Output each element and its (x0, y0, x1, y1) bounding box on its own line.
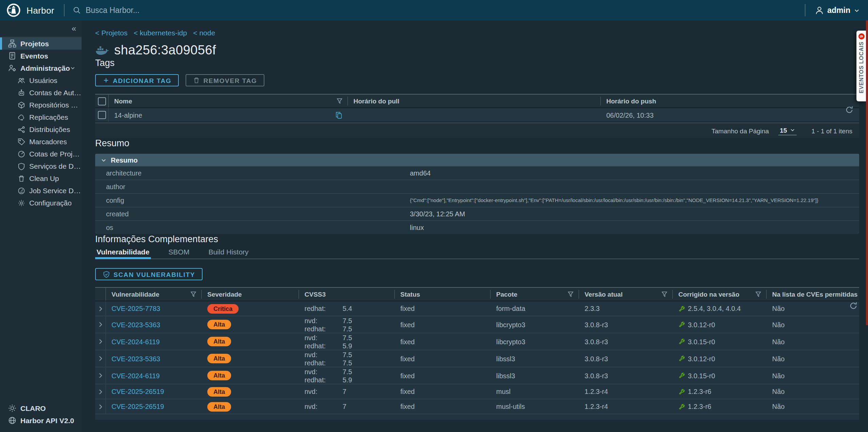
current-version: 1.2.3-r4 (585, 388, 608, 395)
tag-name: 14-alpine (114, 111, 142, 119)
header-divider (64, 4, 65, 16)
current-version: 2.3.3 (585, 305, 600, 312)
sidebar-item-replicacoes[interactable]: Replicações (0, 111, 82, 123)
current-version: 3.0.8-r3 (585, 372, 608, 379)
column-pacote[interactable]: Pacote (496, 290, 517, 298)
column-na-lista-cves[interactable]: Na lista de CVEs permitidas (772, 290, 857, 298)
cve-link[interactable]: CVE-2023-5363 (111, 355, 160, 362)
filter-icon[interactable] (336, 98, 343, 104)
cve-link[interactable]: CVE-2025-7783 (111, 305, 160, 312)
events-count-badge: 6 (858, 33, 864, 39)
expand-row-icon[interactable] (97, 305, 104, 312)
sidebar-item-administracao[interactable]: Administração (0, 62, 82, 74)
column-severidade[interactable]: Severidade (207, 290, 242, 298)
sidebar-item-clean-up[interactable]: Clean Up (0, 172, 82, 184)
table-row[interactable]: 14-alpine 06/02/26, 10:33 (95, 108, 859, 122)
remove-tag-button[interactable]: REMOVER TAG (186, 74, 264, 86)
quota-gauge-icon (18, 150, 25, 157)
trash-icon (193, 77, 200, 84)
cve-link[interactable]: CVE-2024-6119 (111, 338, 160, 345)
header-divider-right (805, 4, 805, 16)
severity-badge: Crítica (207, 304, 239, 313)
summary-key: author (95, 183, 410, 190)
cve-link[interactable]: CVE-2024-6119 (111, 372, 160, 379)
user-menu[interactable]: admin (805, 4, 860, 16)
breadcrumb-kubernetes-idp[interactable]: < kubernetes-idp (134, 29, 187, 37)
cve-link[interactable]: CVE-2025-26519 (111, 388, 164, 395)
row-checkbox[interactable] (98, 111, 106, 119)
events-drawer-tab[interactable]: 6 EVENTOS LOCAIS (856, 31, 866, 101)
sun-icon (8, 404, 16, 412)
filter-icon[interactable] (755, 291, 761, 297)
sidebar-item-usuarios[interactable]: Usuários (0, 74, 82, 86)
select-all-checkbox[interactable] (98, 97, 106, 105)
column-status[interactable]: Status (400, 290, 420, 298)
status-value: fixed (400, 305, 415, 312)
expand-row-icon[interactable] (97, 338, 104, 345)
page-title: sha256:3a09056f (114, 43, 216, 58)
package-name: libssl3 (496, 355, 515, 362)
sidebar-item-distribuicoes[interactable]: Distribuições (0, 123, 82, 135)
sidebar-item-configuracao[interactable]: Configuração (0, 197, 82, 209)
allowlist-value: Não (772, 372, 785, 379)
refresh-icon[interactable] (845, 105, 854, 114)
wrench-icon (678, 338, 685, 345)
sidebar-item-repositorios-remotos[interactable]: Repositórios Remotos (0, 99, 82, 111)
breadcrumb-projetos[interactable]: < Projetos (95, 29, 127, 37)
dashboard-gauge-icon (18, 187, 25, 194)
severity-badge: Alta (207, 402, 231, 411)
tab-build-history[interactable]: Build History (207, 248, 250, 259)
expand-row-icon[interactable] (97, 403, 104, 410)
chevron-down-icon (790, 127, 795, 133)
sidebar-item-eventos[interactable]: Eventos (0, 50, 82, 62)
vulnerability-table: Vulnerabilidade Severidade CVSS3 Status … (95, 287, 859, 420)
filter-icon[interactable] (568, 291, 574, 297)
column-horario-pull[interactable]: Horário do pull (353, 97, 399, 105)
filter-icon[interactable] (661, 291, 667, 297)
tag-icon (18, 138, 25, 145)
sidebar-item-projetos[interactable]: Projetos (0, 37, 82, 50)
expand-row-icon[interactable] (97, 388, 104, 395)
severity-badge: Alta (207, 354, 231, 363)
cve-link[interactable]: CVE-2025-26519 (111, 403, 164, 410)
page-size-select[interactable]: 15 (778, 126, 796, 135)
users-icon (18, 77, 25, 84)
harbor-logo-icon[interactable] (6, 3, 21, 18)
tab-sbom[interactable]: SBOM (167, 248, 191, 259)
column-nome[interactable]: Nome (114, 97, 132, 105)
expand-row-icon[interactable] (97, 355, 104, 362)
expand-row-icon[interactable] (97, 372, 104, 379)
column-horario-push[interactable]: Horário do push (606, 97, 656, 105)
breadcrumb-node[interactable]: < node (193, 29, 215, 37)
column-vulnerabilidade[interactable]: Vulnerabilidade (111, 290, 159, 298)
add-tag-button[interactable]: ADICIONAR TAG (95, 74, 179, 86)
status-value: fixed (400, 388, 415, 395)
filter-icon[interactable] (190, 291, 196, 297)
fixed-version: 3.0.15-r0 (688, 372, 715, 379)
package-name: libcrypto3 (496, 321, 525, 328)
table-row: CVE-2025-26519 Alta nvd:7 fixed musl 1.2… (95, 384, 859, 399)
wrench-icon (678, 403, 685, 410)
sidebar-item-marcadores[interactable]: Marcadores (0, 135, 82, 148)
user-icon (815, 6, 824, 15)
column-cvss3[interactable]: CVSS3 (305, 290, 326, 298)
theme-toggle[interactable]: CLARO (0, 402, 82, 414)
summary-row: architecture amd64 (95, 166, 859, 180)
summary-panel-header[interactable]: Resumo (95, 154, 859, 166)
sidebar-item-job-service-dashboard[interactable]: Job Service Dashboard (0, 184, 82, 197)
column-corrigido-na-versao[interactable]: Corrigido na versão (678, 290, 740, 298)
cve-link[interactable]: CVE-2023-5363 (111, 321, 160, 328)
scan-vulnerability-button[interactable]: SCAN VULNERABILITY (95, 268, 203, 280)
expand-row-icon[interactable] (97, 321, 104, 328)
pagination-range: 1 - 1 of 1 itens (812, 127, 852, 134)
copy-icon[interactable] (335, 111, 343, 119)
api-docs-link[interactable]: Harbor API V2.0 (0, 414, 82, 427)
search-input[interactable] (84, 5, 291, 15)
refresh-icon[interactable] (849, 301, 858, 310)
column-versao-atual[interactable]: Versão atual (585, 290, 623, 298)
sidebar-item-contas-de-automacao[interactable]: Contas de Automação (0, 86, 82, 99)
sidebar-collapse-icon[interactable]: « (72, 24, 76, 33)
tab-vulnerabilidade[interactable]: Vulnerabilidade (95, 248, 151, 259)
sidebar-item-cotas-de-projeto[interactable]: Cotas de Projeto (0, 148, 82, 160)
sidebar-item-servicos-de-diagnostico[interactable]: Serviços de Diagnósti... (0, 160, 82, 172)
